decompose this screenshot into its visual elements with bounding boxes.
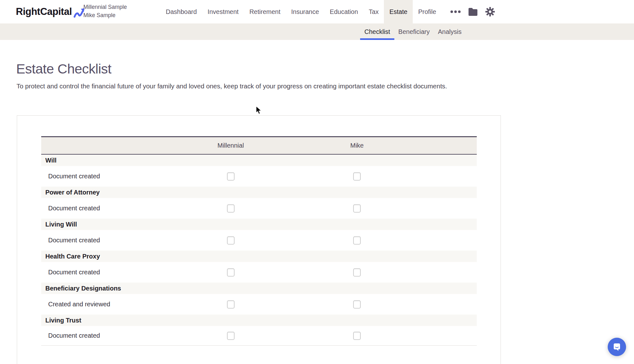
- checkbox-mike-health-care-proxy[interactable]: [353, 268, 361, 277]
- nav-item-estate[interactable]: Estate: [384, 0, 413, 23]
- checklist-table: Millennial Mike WillDocument createdPowe…: [41, 136, 477, 346]
- top-header: RightCapital Millennial Sample Mike Samp…: [0, 0, 634, 23]
- item-label: Document created: [41, 237, 167, 244]
- nav-item-insurance[interactable]: Insurance: [286, 0, 324, 23]
- section-label: Health Care Proxy: [45, 253, 100, 260]
- item-row-health-care-proxy: Document created: [41, 262, 477, 283]
- chat-bubble-icon: [612, 342, 622, 352]
- checkbox-cell-millennial: [167, 236, 294, 245]
- tab-analysis[interactable]: Analysis: [434, 23, 466, 40]
- section-row-power-of-attorney: Power of Attorney: [41, 187, 477, 198]
- column-header-mike: Mike: [294, 142, 420, 149]
- checkbox-millennial-power-of-attorney[interactable]: [227, 204, 235, 213]
- checkbox-mike-living-will[interactable]: [353, 236, 361, 245]
- item-row-power-of-attorney: Document created: [41, 198, 477, 219]
- section-row-living-trust: Living Trust: [41, 315, 477, 326]
- checkbox-millennial-beneficiary-designations[interactable]: [227, 300, 235, 309]
- page-title: Estate Checklist: [16, 61, 111, 77]
- subnav-tabs: ChecklistBeneficiaryAnalysis: [360, 23, 466, 40]
- section-label: Living Trust: [45, 317, 81, 324]
- logo-text: RightCapital: [16, 6, 72, 17]
- tab-beneficiary[interactable]: Beneficiary: [394, 23, 434, 40]
- header-icons: [450, 0, 495, 23]
- nav-item-tax[interactable]: Tax: [363, 0, 384, 23]
- client-name-line2: Mike Sample: [83, 11, 127, 19]
- section-label: Will: [45, 157, 56, 164]
- checkbox-cell-millennial: [167, 172, 294, 181]
- checkbox-millennial-living-will[interactable]: [227, 236, 235, 245]
- checklist-table-header: Millennial Mike: [41, 136, 477, 155]
- section-row-living-will: Living Will: [41, 219, 477, 230]
- nav-item-profile[interactable]: Profile: [413, 0, 442, 23]
- checkbox-mike-will[interactable]: [353, 172, 361, 181]
- section-label: Beneficiary Designations: [45, 285, 121, 292]
- checkbox-cell-millennial: [167, 204, 294, 213]
- rightcapital-logo[interactable]: RightCapital: [16, 0, 87, 23]
- checkbox-cell-mike: [294, 300, 420, 309]
- nav-item-retirement[interactable]: Retirement: [244, 0, 286, 23]
- section-row-health-care-proxy: Health Care Proxy: [41, 251, 477, 262]
- checkbox-cell-mike: [294, 332, 420, 340]
- primary-nav: DashboardInvestmentRetirementInsuranceEd…: [160, 0, 442, 23]
- estate-subnav: ChecklistBeneficiaryAnalysis: [0, 23, 634, 40]
- item-row-living-will: Document created: [41, 230, 477, 251]
- client-name-line1: Millennial Sample: [83, 3, 127, 11]
- item-label: Document created: [41, 269, 167, 276]
- section-label: Living Will: [45, 221, 77, 228]
- more-ellipsis-icon[interactable]: [450, 10, 461, 14]
- checkbox-cell-millennial: [167, 332, 294, 340]
- item-label: Document created: [41, 173, 167, 180]
- gear-icon[interactable]: [485, 7, 495, 17]
- item-label: Document created: [41, 205, 167, 212]
- checkbox-cell-millennial: [167, 268, 294, 277]
- checkbox-millennial-will[interactable]: [227, 172, 235, 181]
- checkbox-cell-millennial: [167, 300, 294, 309]
- tab-checklist[interactable]: Checklist: [360, 23, 394, 40]
- checklist-card: Millennial Mike WillDocument createdPowe…: [17, 115, 501, 364]
- item-row-beneficiary-designations: Created and reviewed: [41, 294, 477, 315]
- mouse-cursor: [256, 106, 263, 115]
- item-row-will: Document created: [41, 166, 477, 187]
- item-label: Document created: [41, 332, 167, 339]
- checkbox-millennial-living-trust[interactable]: [227, 332, 235, 340]
- checkbox-mike-beneficiary-designations[interactable]: [353, 300, 361, 309]
- checklist-table-body: WillDocument createdPower of AttorneyDoc…: [41, 155, 477, 346]
- estate-checklist-page: RightCapital Millennial Sample Mike Samp…: [0, 0, 634, 364]
- checkbox-millennial-health-care-proxy[interactable]: [227, 268, 235, 277]
- column-header-millennial: Millennial: [167, 142, 294, 149]
- nav-item-education[interactable]: Education: [324, 0, 363, 23]
- checkbox-cell-mike: [294, 204, 420, 213]
- checkbox-cell-mike: [294, 236, 420, 245]
- section-row-beneficiary-designations: Beneficiary Designations: [41, 283, 477, 294]
- chat-launcher-button[interactable]: [608, 338, 626, 356]
- checkbox-cell-mike: [294, 268, 420, 277]
- folder-icon[interactable]: [468, 7, 478, 16]
- client-selector[interactable]: Millennial Sample Mike Sample: [83, 3, 127, 19]
- page-description: To protect and control the financial fut…: [16, 82, 447, 90]
- nav-item-investment[interactable]: Investment: [202, 0, 244, 23]
- item-row-living-trust: Document created: [41, 326, 477, 346]
- checkbox-mike-living-trust[interactable]: [353, 332, 361, 340]
- checkbox-cell-mike: [294, 172, 420, 181]
- item-label: Created and reviewed: [41, 301, 167, 308]
- nav-item-dashboard[interactable]: Dashboard: [160, 0, 202, 23]
- section-row-will: Will: [41, 155, 477, 166]
- section-label: Power of Attorney: [45, 189, 100, 196]
- checkbox-mike-power-of-attorney[interactable]: [353, 204, 361, 213]
